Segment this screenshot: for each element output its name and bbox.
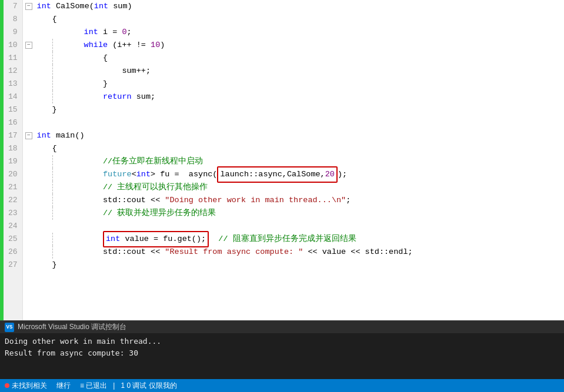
console-title: Microsoft Visual Studio 调试控制台 (18, 322, 126, 332)
brace-open-l8: { (52, 13, 57, 26)
line-num-14: 14 (8, 91, 18, 103)
code-line-23: // 获取并处理异步任务的结果 (37, 207, 564, 220)
text-l22b: ; (346, 194, 351, 207)
status-bar: 未找到相关 继行 ≡ 已退出 | 1 0 调试 仅限我的 (0, 379, 564, 392)
line-num-23: 23 (8, 207, 18, 220)
keyword-int-l25: int (106, 234, 120, 243)
indent-guide-col: − − − (23, 0, 35, 320)
text-l26a: std::cout << (84, 246, 165, 259)
line-num-21: 21 (8, 181, 18, 194)
code-line-21: // 主线程可以执行其他操作 (37, 181, 564, 194)
vs-icon: VS (5, 323, 14, 332)
line-num-22: 22 (8, 194, 18, 207)
code-container: 7 8 9 10 11 12 13 14 15 16 17 18 19 20 2… (0, 0, 564, 320)
line-num-7: 7 (8, 0, 18, 13)
status-item-2: 继行 (56, 381, 71, 391)
line-num-27: 27 (8, 259, 18, 272)
status-item-1: 未找到相关 (5, 381, 47, 391)
str-l22: "Doing other work in main thread...\n" (165, 194, 346, 207)
text-l10: (i++ != (108, 39, 151, 52)
line-num-17: 17 (8, 129, 18, 142)
collapse-calsone[interactable]: − (25, 3, 32, 10)
brace-open-l18: { (52, 142, 57, 155)
brace-close-l27: } (52, 259, 57, 272)
text-l25b: value = fu.get(); (120, 234, 206, 243)
code-line-12: sum++; (37, 65, 564, 78)
line-num-19: 19 (8, 155, 18, 168)
keyword-int-l7: int (37, 0, 51, 13)
text-l25c (209, 233, 218, 246)
text2-l7: sum) (108, 0, 132, 13)
status-item-3: ≡ 已退出 | 1 0 调试 仅限我的 (80, 381, 177, 391)
red-box-value: int value = fu.get(); (103, 231, 209, 247)
status-label-3: ≡ 已退出 | 1 0 调试 仅限我的 (80, 381, 177, 391)
console-header: VS Microsoft Visual Studio 调试控制台 (0, 320, 564, 333)
line-num-26: 26 (8, 246, 18, 259)
brace-open-l11: { (84, 52, 108, 65)
red-box-launch: launch::async,CalSome,20 (217, 166, 337, 183)
code-line-10: while (i++ != 10 ) (37, 39, 564, 52)
code-line-26: std::cout << "Result from async compute:… (37, 246, 564, 259)
keyword-int-l20: int (136, 168, 151, 181)
debug-console: VS Microsoft Visual Studio 调试控制台 Doing o… (0, 320, 564, 379)
text-l25a (84, 233, 103, 246)
code-line-16 (37, 116, 564, 129)
code-line-25: int value = fu.get(); // 阻塞直到异步任务完成并返回结果 (37, 233, 564, 246)
type-future-l20: future (103, 168, 132, 181)
line-num-11: 11 (8, 52, 18, 65)
line-num-8: 8 (8, 13, 18, 26)
code-lines: int CalSome( int sum) { int i = 0 ; (35, 0, 564, 320)
status-label-1: 未找到相关 (12, 381, 47, 391)
line-num-18: 18 (8, 142, 18, 155)
keyword-int-l17: int (37, 129, 51, 142)
line-num-10: 10 (8, 39, 18, 52)
code-line-27: } (37, 259, 564, 272)
code-line-8: { (37, 13, 564, 26)
code-line-17: int main() (37, 129, 564, 142)
text-l20a (84, 168, 103, 181)
code-line-13: } (37, 78, 564, 91)
code-line-15: } (37, 103, 564, 116)
code-line-14: return sum; (37, 91, 564, 103)
collapse-main[interactable]: − (25, 132, 32, 139)
keyword-while-l10: while (84, 39, 108, 52)
line-num-20: 20 (8, 168, 18, 181)
editor-area: 7 8 9 10 11 12 13 14 15 16 17 18 19 20 2… (0, 0, 564, 320)
code-line-11: { (37, 52, 564, 65)
console-body: Doing other work in main thread... Resul… (0, 333, 564, 379)
console-output-1: Doing other work in main thread... (5, 336, 559, 347)
line-num-13: 13 (8, 78, 18, 91)
comment-l25: // 阻塞直到异步任务完成并返回结果 (218, 233, 356, 246)
console-output-2: Result from async compute: 30 (5, 347, 559, 359)
text-l22a: std::cout << (84, 194, 165, 207)
status-label-2: 继行 (56, 381, 71, 391)
text-l14: sum; (132, 91, 156, 103)
line-numbers: 7 8 9 10 11 12 13 14 15 16 17 18 19 20 2… (4, 0, 23, 320)
text-l9: i = (98, 26, 122, 39)
line-num-9: 9 (8, 26, 18, 39)
brace-close-l13: } (84, 78, 108, 91)
brace-close-l15: } (52, 103, 57, 116)
punct-l9: ; (127, 26, 132, 39)
line-num-24: 24 (8, 220, 18, 233)
code-line-7: int CalSome( int sum) (37, 0, 564, 13)
line-num-16: 16 (8, 116, 18, 129)
collapse-while[interactable]: − (25, 42, 32, 49)
text-l20c: > fu = async( (151, 168, 217, 181)
comment-l21: // 主线程可以执行其他操作 (84, 181, 208, 194)
code-line-18: { (37, 142, 564, 155)
text-l17: main() (51, 129, 85, 142)
num-l9: 0 (122, 26, 126, 39)
keyword-return-l14: return (84, 91, 132, 103)
comment-l19: //任务立即在新线程中启动 (84, 155, 203, 168)
num-l10: 10 (151, 39, 160, 52)
line-num-25: 25 (8, 233, 18, 246)
code-line-22: std::cout << "Doing other work in main t… (37, 194, 564, 207)
text-l7: CalSome( (51, 0, 94, 13)
text-l20d: ); (338, 168, 347, 181)
code-line-9: int i = 0 ; (37, 26, 564, 39)
comment-l23: // 获取并处理异步任务的结果 (84, 207, 216, 220)
line-num-15: 15 (8, 103, 18, 116)
status-dot (5, 383, 9, 388)
keyword-int-l9: int (84, 26, 98, 39)
